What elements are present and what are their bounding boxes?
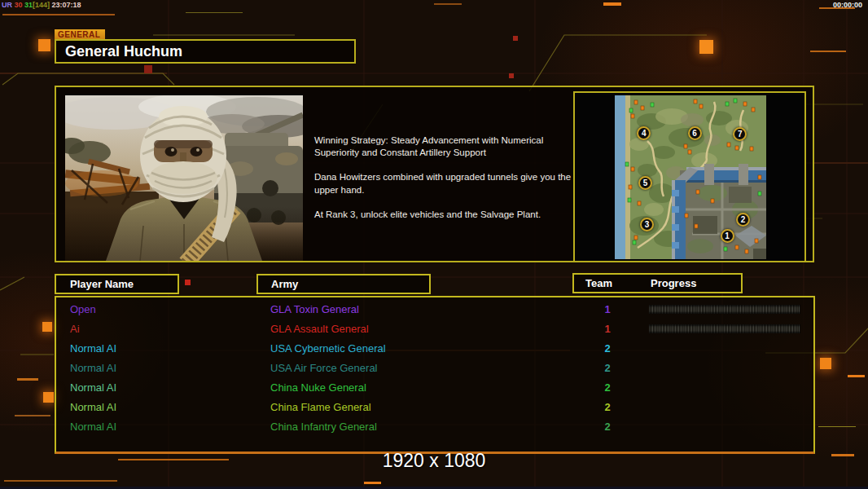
briefing-paragraph: At Rank 3, unlock elite vehicles and the…	[314, 209, 576, 221]
general-portrait	[65, 95, 303, 261]
table-row: Normal AIChina Infantry General2	[56, 417, 813, 437]
team-cell[interactable]: 2	[595, 421, 620, 433]
column-header-player-name: Player Name	[55, 274, 179, 294]
map-start-position-marker: 3	[640, 218, 654, 231]
skirmish-lobby-screen: UR 30 31[144] 23:07:18 00:00:00 GENERAL …	[0, 0, 868, 489]
team-cell[interactable]: 2	[595, 401, 620, 413]
team-cell[interactable]: 2	[595, 362, 620, 374]
table-row: AiGLA Assault General1	[56, 319, 813, 339]
progress-bar	[649, 305, 800, 314]
map-start-position-marker: 6	[688, 126, 702, 140]
team-cell[interactable]: 2	[595, 342, 620, 355]
team-cell[interactable]: 1	[595, 323, 620, 335]
decor-accent	[2, 14, 115, 15]
decor-accent	[810, 51, 846, 52]
match-timer: 00:00:00	[833, 1, 862, 9]
roster-rows: OpenGLA Toxin General1AiGLA Assault Gene…	[56, 300, 813, 437]
player-name-cell[interactable]: Normal AI	[70, 401, 116, 413]
decor-accent	[818, 426, 856, 427]
progress-bar	[649, 324, 800, 333]
table-row: Normal AIChina Flame General2	[56, 398, 813, 417]
decor-accent	[15, 415, 50, 416]
decor-accent	[186, 12, 243, 13]
decor-accent	[42, 322, 52, 332]
debug-segment: 31	[24, 1, 33, 9]
team-cell[interactable]: 1	[595, 303, 620, 315]
army-cell[interactable]: China Nuke General	[270, 381, 366, 394]
map-start-position-marker: 5	[638, 176, 652, 190]
player-name-cell[interactable]: Normal AI	[70, 381, 116, 394]
player-name-cell[interactable]: Ai	[70, 323, 80, 335]
map-start-position-marker: 1	[721, 229, 734, 243]
map-terrain-image	[615, 95, 766, 259]
table-row: Normal AIChina Nuke General2	[56, 378, 813, 398]
briefing-paragraph: Dana Howitzers combined with upgraded tu…	[314, 171, 576, 196]
table-row: Normal AIUSA Cybernetic General2	[56, 339, 813, 359]
debug-segment: [144]	[33, 1, 52, 9]
decor-accent	[17, 378, 38, 381]
army-cell[interactable]: China Infantry General	[270, 421, 377, 433]
army-cell[interactable]: GLA Assault General	[270, 323, 369, 335]
army-cell[interactable]: GLA Toxin General	[270, 303, 359, 315]
column-header-team: Team	[585, 277, 612, 289]
briefing-paragraph: Winning Strategy: Steady Advancement wit…	[314, 134, 576, 159]
decor-accent	[434, 3, 462, 5]
decor-accent	[603, 2, 621, 6]
page-title: General Huchum	[65, 43, 182, 60]
table-row: Normal AIUSA Air Force General2	[56, 359, 813, 378]
army-header-label: Army	[271, 278, 298, 290]
player-name-cell[interactable]: Normal AI	[70, 342, 116, 355]
column-header-progress: Progress	[651, 277, 696, 289]
decor-accent	[699, 40, 713, 54]
army-cell[interactable]: China Flame General	[270, 401, 371, 413]
decor-accent	[848, 375, 865, 377]
column-header-team-progress: Team Progress	[572, 273, 743, 293]
player-name-header-label: Player Name	[70, 278, 134, 290]
column-header-army: Army	[256, 274, 431, 294]
roster-panel: OpenGLA Toxin General1AiGLA Assault Gene…	[55, 296, 815, 454]
map-preview[interactable]: 1234567	[615, 95, 766, 259]
debug-segment: 23:07:18	[52, 1, 81, 9]
player-name-cell[interactable]: Open	[70, 303, 96, 315]
general-portrait-image	[65, 95, 303, 261]
debug-segment: UR	[2, 1, 15, 9]
decor-accent	[513, 36, 518, 41]
general-info-panel: Winning Strategy: Steady Advancement wit…	[55, 86, 814, 262]
decor-accent	[38, 39, 50, 51]
resolution-label: 1920 x 1080	[0, 450, 868, 472]
debug-segment: 30	[15, 1, 25, 9]
decor-accent	[185, 280, 191, 285]
general-name-box: General Huchum	[55, 39, 356, 64]
decor-accent	[509, 73, 514, 78]
decor-accent	[4, 480, 117, 482]
decor-accent	[144, 65, 152, 73]
army-cell[interactable]: USA Cybernetic General	[270, 342, 386, 355]
player-name-cell[interactable]: Normal AI	[70, 362, 116, 374]
decor-accent	[820, 358, 831, 369]
player-name-cell[interactable]: Normal AI	[70, 421, 116, 433]
briefing-text: Winning Strategy: Steady Advancement wit…	[314, 134, 576, 233]
decor-accent	[43, 392, 54, 403]
map-panel: 1234567	[573, 91, 806, 262]
map-start-position-marker: 2	[736, 213, 750, 227]
army-cell[interactable]: USA Air Force General	[270, 362, 378, 374]
table-row: OpenGLA Toxin General1	[56, 300, 813, 319]
debug-readout: UR 30 31[144] 23:07:18	[2, 1, 81, 9]
decor-accent	[364, 482, 381, 484]
team-cell[interactable]: 2	[595, 381, 620, 394]
